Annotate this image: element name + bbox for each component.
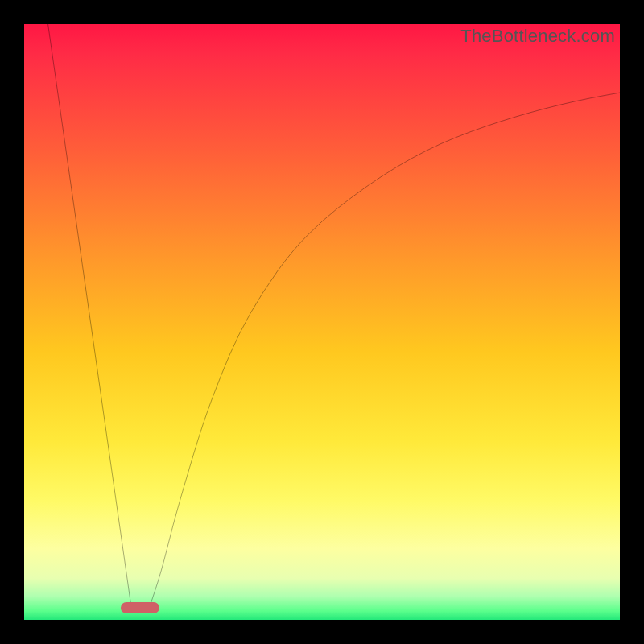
curve-left-branch: [48, 24, 132, 608]
curve-layer: [24, 24, 620, 620]
watermark-text: TheBottleneck.com: [460, 26, 615, 47]
plot-area: TheBottleneck.com: [24, 24, 620, 620]
chart-frame: TheBottleneck.com: [0, 0, 644, 644]
bottleneck-marker: [121, 602, 159, 613]
curve-right-branch: [149, 93, 620, 608]
